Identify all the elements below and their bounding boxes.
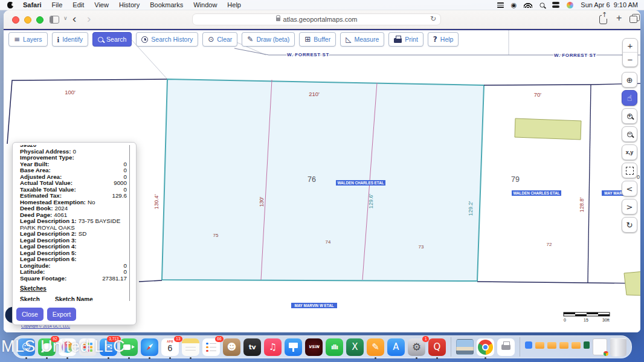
menu-item[interactable]: History [119, 1, 140, 8]
dock-printer-icon[interactable] [497, 338, 515, 356]
stack-icon[interactable] [497, 2, 504, 8]
parcel-number[interactable]: 74 [326, 239, 331, 245]
dock-appletv-icon[interactable]: tv [243, 338, 261, 356]
chevron-down-icon[interactable]: ∨ [63, 15, 68, 21]
dock-messages-icon[interactable]: 92 [38, 338, 56, 356]
dock-q-app-icon[interactable]: Q [428, 338, 446, 356]
dock-excel-icon[interactable]: X [346, 338, 364, 356]
selected-parcel-polygon[interactable] [162, 79, 484, 281]
dock-vsin-icon[interactable]: VSiN [305, 338, 323, 356]
dock-separator[interactable] [520, 337, 520, 357]
dock-contacts-icon[interactable]: ☻ [223, 338, 240, 356]
xy-coordinates-button[interactable]: x,y [622, 144, 637, 160]
dock-keynote-icon[interactable] [285, 338, 302, 356]
dock-minimized-window[interactable] [593, 338, 607, 355]
sidebar-toggle-icon[interactable] [50, 16, 59, 24]
dock-mail-icon[interactable]: 3,713 ✉ [100, 338, 117, 356]
close-window-button[interactable] [12, 16, 19, 24]
back-button[interactable]: ‹ [72, 12, 76, 25]
export-button[interactable]: Export [47, 308, 76, 321]
previous-extent-button[interactable]: < [622, 181, 637, 196]
control-center-icon[interactable] [552, 2, 559, 8]
refresh-map-button[interactable]: ↻ [622, 217, 637, 233]
buffer-button[interactable]: ⊞ Buffer [299, 32, 336, 47]
dock-minimized-folder[interactable] [572, 342, 581, 349]
share-icon[interactable] [599, 15, 607, 24]
zoom-in-button[interactable]: + [623, 39, 637, 53]
dock-minimized-folder[interactable] [547, 342, 556, 349]
apple-logo-icon[interactable] [7, 2, 13, 8]
search-button[interactable]: Search [92, 32, 132, 47]
dock-pages-icon[interactable]: ✎ [367, 338, 384, 356]
menu-clock[interactable]: Sun Apr 6 9:10 AM [581, 1, 638, 8]
menu-item[interactable]: Window [193, 1, 217, 8]
dimension-label: 100' [65, 89, 76, 95]
draw-button[interactable]: ✎ Draw (beta) [242, 32, 295, 47]
pan-hand-button[interactable]: ☝ [622, 90, 637, 106]
extent-select-button[interactable] [622, 163, 637, 178]
owner-label[interactable]: MAY MAR [604, 191, 622, 195]
dock-photos-icon[interactable] [59, 338, 76, 356]
building-footprint[interactable] [624, 271, 640, 296]
dock-trash-icon[interactable] [610, 338, 626, 357]
next-extent-button[interactable]: > [622, 199, 637, 215]
dock-separator[interactable] [451, 337, 451, 357]
zoom-out-box-button[interactable]: − [622, 126, 637, 142]
tab-overview-icon[interactable] [630, 16, 638, 23]
help-button[interactable]: ? Help [428, 32, 459, 47]
dock-launchpad-icon[interactable] [79, 338, 97, 356]
dock-minimized-folder[interactable] [535, 342, 544, 349]
measure-button[interactable]: ◺ Measure [340, 32, 384, 47]
forward-button[interactable]: › [87, 12, 91, 25]
wifi-icon[interactable] [524, 2, 532, 8]
dock-notes-icon[interactable] [182, 338, 199, 356]
owner-label[interactable]: WALDEN CHARLES ETAL [337, 181, 384, 185]
dock-facetime-icon[interactable] [120, 338, 138, 356]
print-button[interactable]: Print [388, 32, 423, 47]
zoom-in-box-button[interactable]: + [622, 108, 637, 124]
dock-minimized-blue-app[interactable] [525, 341, 532, 349]
reload-icon[interactable]: ↻ [430, 15, 436, 23]
dock-chrome-icon[interactable] [477, 338, 494, 356]
parcel-number[interactable]: 79 [511, 175, 520, 184]
menu-item[interactable]: Bookmarks [150, 1, 183, 8]
dock-reminders-icon[interactable]: 66 [202, 338, 220, 356]
close-button[interactable]: Close [16, 308, 43, 321]
new-tab-button[interactable]: + [616, 13, 622, 24]
dock-desktop-thumbnail[interactable] [456, 339, 474, 355]
parcel-number[interactable]: 76 [308, 175, 316, 184]
minimize-window-button[interactable] [24, 16, 31, 24]
dock-minimized-green-app[interactable] [584, 341, 590, 349]
dock-finder-icon[interactable]: ☺ [18, 338, 35, 356]
parcel-info-content[interactable]: 39520 Physical Address:0 Improvement Typ… [20, 145, 131, 301]
menu-item[interactable]: File [52, 1, 63, 8]
fullscreen-window-button[interactable] [36, 16, 43, 24]
spotlight-search-icon[interactable] [540, 2, 545, 7]
search-history-button[interactable]: Search History [136, 32, 198, 47]
dock-appstore-icon[interactable]: A [387, 338, 405, 356]
menu-item[interactable]: Edit [72, 1, 84, 8]
owner-label[interactable]: WALDEN CHARLES ETAL [513, 191, 559, 195]
parcel-number[interactable]: 75 [213, 233, 219, 238]
dock-calendar-icon[interactable]: 13 APR 6 [161, 338, 179, 356]
dock-settings-icon[interactable]: 1 ⚙ [408, 338, 425, 356]
dock-minimized-folder[interactable] [559, 342, 568, 349]
layers-button[interactable]: ≡ Layers [8, 32, 48, 47]
locate-crosshair-button[interactable]: ⊕ [622, 72, 637, 88]
zoom-out-button[interactable]: − [623, 53, 637, 66]
dock-music-icon[interactable]: ♫ [264, 338, 282, 356]
parcel-number[interactable]: 72 [547, 242, 552, 247]
menu-item[interactable]: View [94, 1, 109, 8]
address-bar[interactable]: atlas.geoportalmaps.com ↻ [192, 13, 441, 25]
dock-stats-icon[interactable]: ıllı [326, 338, 343, 356]
building-footprint[interactable] [515, 118, 581, 140]
screen-mirroring-icon[interactable]: ◉ [511, 2, 517, 8]
siri-icon[interactable] [567, 2, 573, 8]
clear-button[interactable]: ⊙ Clear [202, 32, 237, 47]
menu-item[interactable]: Help [227, 1, 241, 8]
parcel-number[interactable]: 73 [419, 244, 424, 250]
menu-item[interactable]: Safari [23, 1, 42, 8]
identify-button[interactable]: i Identify [52, 32, 88, 47]
owner-label[interactable]: MAY MARVIN W ETAL [294, 303, 333, 308]
dock-safari-icon[interactable] [141, 338, 158, 356]
